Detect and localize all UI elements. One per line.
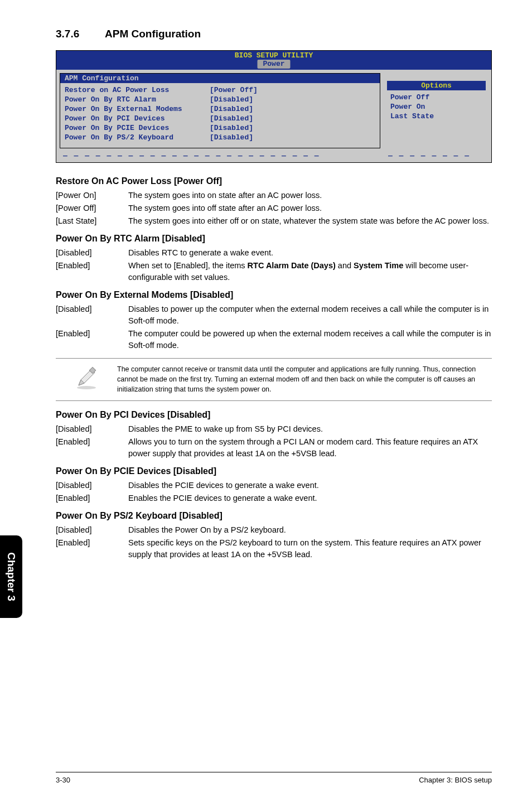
option-text: Disables RTC to generate a wake event.	[128, 247, 492, 259]
option-label: [Enabled]	[56, 436, 128, 460]
bios-value: [Disabled]	[210, 114, 253, 123]
heading-ext-modems: Power On By External Modems [Disabled]	[56, 290, 492, 300]
option-text: The system goes into either off or on st…	[128, 215, 492, 227]
bios-options-header: Options	[387, 81, 486, 90]
option-text: Disables the PCIE devices to generate a …	[128, 480, 492, 491]
bios-option: Power On	[390, 102, 488, 112]
page-number: 3-30	[56, 776, 70, 784]
bios-header: BIOS SETUP UTILITY Power	[56, 51, 491, 70]
option-text: Disables to power up the computer when t…	[128, 303, 492, 327]
option-label: [Disabled]	[56, 524, 128, 536]
bios-row: Power On By PCIE Devices[Disabled]	[65, 123, 375, 133]
note-block: The computer cannot receive or transmit …	[56, 358, 492, 400]
note-text: The computer cannot receive or transmit …	[117, 364, 492, 394]
option-label: [Enabled]	[56, 492, 128, 504]
bios-panel: BIOS SETUP UTILITY Power APM Configurati…	[56, 50, 492, 163]
svg-point-0	[77, 386, 96, 389]
page-footer: 3-30 Chapter 3: BIOS setup	[56, 772, 492, 784]
chapter-label: Chapter 3: BIOS setup	[419, 776, 492, 784]
option-label: [Disabled]	[56, 423, 128, 435]
bios-label: Power On By PCIE Devices	[65, 123, 210, 133]
bios-label: Power On By External Modems	[65, 104, 210, 114]
option-text: The system goes into on state after an A…	[128, 190, 492, 201]
pencil-icon	[56, 364, 117, 390]
option-text: Enables the PCIE devices to generate a w…	[128, 492, 492, 504]
option-text: The system goes into off state after an …	[128, 202, 492, 214]
bios-row: Power On By PCI Devices[Disabled]	[65, 114, 375, 123]
bios-row: Power On By PS/2 Keyboard[Disabled]	[65, 133, 375, 142]
bios-panel-title: APM Configuration	[60, 74, 380, 83]
bios-value: [Disabled]	[210, 104, 253, 114]
bios-dashes: — — — — — — — — — — — — — — — — — — — — …	[56, 152, 491, 162]
heading-restore-ac: Restore On AC Power Loss [Power Off]	[56, 176, 492, 186]
chapter-side-tab-label: Chapter 3	[5, 552, 17, 601]
bios-tab-power: Power	[257, 60, 290, 69]
option-text: Disables the PME to wake up from S5 by P…	[128, 423, 492, 435]
option-label: [Enabled]	[56, 537, 128, 561]
option-text: Allows you to turn on the system through…	[128, 436, 492, 460]
heading-pcie: Power On By PCIE Devices [Disabled]	[56, 466, 492, 476]
bios-left-panel: APM Configuration Restore on AC Power Lo…	[60, 73, 380, 148]
option-label: [Power Off]	[56, 202, 128, 214]
chapter-side-tab: Chapter 3	[0, 535, 22, 618]
bios-value: [Power Off]	[210, 85, 258, 95]
section-name: APM Configuration	[105, 28, 201, 40]
bios-option: Last State	[390, 112, 488, 121]
bios-value: [Disabled]	[210, 133, 253, 142]
bios-value: [Disabled]	[210, 123, 253, 133]
bios-row: Power On By RTC Alarm[Disabled]	[65, 95, 375, 104]
option-text: Disables the Power On by a PS/2 keyboard…	[128, 524, 492, 536]
option-label: [Power On]	[56, 190, 128, 201]
bios-row: Restore on AC Power Loss[Power Off]	[65, 85, 375, 95]
section-title: 3.7.6APM Configuration	[56, 28, 492, 40]
option-label: [Enabled]	[56, 328, 128, 351]
heading-pci: Power On By PCI Devices [Disabled]	[56, 410, 492, 420]
bios-label: Power On By PS/2 Keyboard	[65, 133, 210, 142]
bios-label: Power On By RTC Alarm	[65, 95, 210, 104]
option-label: [Enabled]	[56, 260, 128, 283]
bios-options-body: Power Off Power On Last State	[385, 91, 488, 122]
bios-option: Power Off	[390, 93, 488, 102]
bios-label: Power On By PCI Devices	[65, 114, 210, 123]
option-text: Sets specific keys on the PS/2 keyboard …	[128, 537, 492, 561]
option-text: When set to [Enabled], the items RTC Ala…	[128, 260, 492, 283]
heading-ps2: Power On By PS/2 Keyboard [Disabled]	[56, 511, 492, 521]
option-label: [Disabled]	[56, 303, 128, 327]
bios-value: [Disabled]	[210, 95, 253, 104]
option-label: [Last State]	[56, 215, 128, 227]
heading-rtc: Power On By RTC Alarm [Disabled]	[56, 234, 492, 244]
bios-label: Restore on AC Power Loss	[65, 85, 210, 95]
option-label: [Disabled]	[56, 247, 128, 259]
section-number: 3.7.6	[56, 28, 105, 40]
option-text: The computer could be powered up when th…	[128, 328, 492, 351]
bios-right-panel: Options Power Off Power On Last State	[385, 73, 488, 148]
bios-row: Power On By External Modems[Disabled]	[65, 104, 375, 114]
option-label: [Disabled]	[56, 480, 128, 491]
bios-header-title: BIOS SETUP UTILITY	[56, 51, 491, 60]
